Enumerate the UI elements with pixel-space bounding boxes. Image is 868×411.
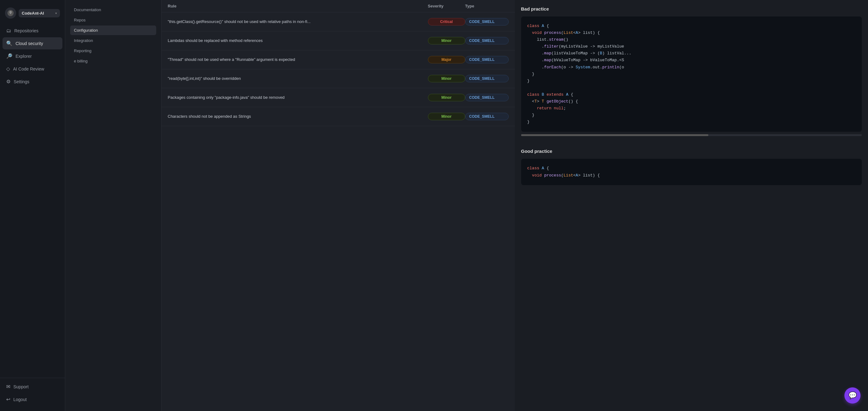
explorer-icon: 🔎 bbox=[6, 53, 12, 59]
sidebar-item-cloud-security[interactable]: 🔍 Cloud security bbox=[2, 37, 62, 50]
rule-text: "read(byte[],int,int)" should be overrid… bbox=[168, 76, 428, 82]
chat-button[interactable]: 💬 bbox=[844, 387, 861, 404]
sidebar-item-repositories[interactable]: 🗂 Repositories bbox=[2, 25, 62, 37]
subnav: Documentation Repos Configuration Integr… bbox=[65, 0, 161, 69]
rules-table-panel: Rule Severity Type "this.getClass().getR… bbox=[161, 0, 515, 411]
sidebar-bottom: ✉ Support ↩ Logout bbox=[0, 378, 65, 406]
subnav-panel: Documentation Repos Configuration Integr… bbox=[65, 0, 161, 411]
sidebar-item-label: Logout bbox=[13, 397, 27, 402]
rule-text: "this.getClass().getResource()" should n… bbox=[168, 19, 428, 25]
subnav-item-billing[interactable]: e billing bbox=[70, 56, 156, 66]
bad-practice-title: Bad practice bbox=[521, 6, 862, 11]
chat-icon: 💬 bbox=[848, 391, 857, 400]
type-badge: CODE_SMELL bbox=[465, 37, 509, 45]
sidebar-item-explorer[interactable]: 🔎 Explorer bbox=[2, 50, 62, 62]
sidebar-item-label: Settings bbox=[14, 79, 30, 84]
good-practice-title: Good practice bbox=[521, 148, 862, 154]
col-type: Type bbox=[465, 4, 509, 8]
table-row[interactable]: "Thread" should not be used where a "Run… bbox=[161, 50, 515, 69]
severity-badge: Minor bbox=[428, 113, 465, 120]
table-header: Rule Severity Type bbox=[161, 0, 515, 12]
table-row[interactable]: Characters should not be appended as Str… bbox=[161, 107, 515, 126]
severity-badge: Minor bbox=[428, 37, 465, 45]
type-badge: CODE_SMELL bbox=[465, 56, 509, 63]
ai-code-review-icon: ◇ bbox=[6, 66, 10, 72]
good-practice-section: Good practice class A { void process(Lis… bbox=[515, 142, 868, 191]
sidebar-item-settings[interactable]: ⚙ Settings bbox=[2, 76, 62, 88]
severity-badge: Major bbox=[428, 56, 465, 63]
main-content: Rule Severity Type "this.getClass().getR… bbox=[161, 0, 868, 411]
rule-text: Lambdas should be replaced with method r… bbox=[168, 37, 428, 44]
subnav-item-integration[interactable]: Integration bbox=[70, 36, 156, 46]
type-badge: CODE_SMELL bbox=[465, 75, 509, 82]
severity-badge: Minor bbox=[428, 94, 465, 101]
sidebar-header: CodeAnt-AI ▾ bbox=[0, 5, 65, 25]
chevron-down-icon: ▾ bbox=[55, 11, 57, 15]
repositories-icon: 🗂 bbox=[6, 28, 11, 34]
table-row[interactable]: Lambdas should be replaced with method r… bbox=[161, 31, 515, 50]
col-severity: Severity bbox=[428, 4, 465, 8]
col-rule: Rule bbox=[168, 4, 428, 8]
code-scroll-bar[interactable] bbox=[521, 134, 862, 136]
type-badge: CODE_SMELL bbox=[465, 113, 509, 120]
good-practice-code-block: class A { void process(List<A> list) { bbox=[521, 159, 862, 185]
bad-practice-code-block: class A { void process(List<A> list) { l… bbox=[521, 17, 862, 132]
code-panel: Bad practice class A { void process(List… bbox=[515, 0, 868, 411]
subnav-item-reporting[interactable]: Reporting bbox=[70, 46, 156, 56]
bad-practice-section: Bad practice class A { void process(List… bbox=[515, 0, 868, 142]
rule-text: "Thread" should not be used where a "Run… bbox=[168, 57, 428, 63]
sidebar-item-label: Explorer bbox=[16, 54, 32, 59]
type-badge: CODE_SMELL bbox=[465, 18, 509, 26]
rule-text: Packages containing only "package-info.j… bbox=[168, 94, 428, 101]
nav-section: 🗂 Repositories 🔍 Cloud security 🔎 Explor… bbox=[0, 25, 65, 375]
sidebar-item-label: Cloud security bbox=[16, 41, 43, 46]
sidebar-item-logout[interactable]: ↩ Logout bbox=[2, 393, 62, 405]
logo-icon bbox=[5, 7, 16, 19]
brand-selector[interactable]: CodeAnt-AI ▾ bbox=[19, 9, 60, 18]
sidebar: CodeAnt-AI ▾ 🗂 Repositories 🔍 Cloud secu… bbox=[0, 0, 65, 411]
sidebar-item-support[interactable]: ✉ Support bbox=[2, 381, 62, 393]
sidebar-item-ai-code-review[interactable]: ◇ AI Code Review bbox=[2, 63, 62, 75]
support-icon: ✉ bbox=[6, 384, 10, 389]
table-row[interactable]: "this.getClass().getResource()" should n… bbox=[161, 12, 515, 31]
brand-name: CodeAnt-AI bbox=[22, 11, 44, 16]
table-row[interactable]: "read(byte[],int,int)" should be overrid… bbox=[161, 69, 515, 88]
sidebar-item-label: AI Code Review bbox=[13, 66, 44, 71]
rule-text: Characters should not be appended as Str… bbox=[168, 113, 428, 120]
sidebar-item-label: Repositories bbox=[14, 28, 38, 33]
subnav-item-repos[interactable]: Repos bbox=[70, 15, 156, 25]
type-badge: CODE_SMELL bbox=[465, 94, 509, 101]
settings-icon: ⚙ bbox=[6, 79, 10, 85]
cloud-security-icon: 🔍 bbox=[6, 40, 12, 46]
table-row[interactable]: Packages containing only "package-info.j… bbox=[161, 88, 515, 107]
logout-icon: ↩ bbox=[6, 397, 10, 402]
code-scroll-thumb bbox=[521, 134, 709, 136]
subnav-item-documentation[interactable]: Documentation bbox=[70, 5, 156, 14]
severity-badge: Critical bbox=[428, 18, 465, 26]
sidebar-item-label: Support bbox=[13, 384, 29, 389]
subnav-item-configuration[interactable]: Configuration bbox=[70, 26, 156, 35]
severity-badge: Minor bbox=[428, 75, 465, 82]
